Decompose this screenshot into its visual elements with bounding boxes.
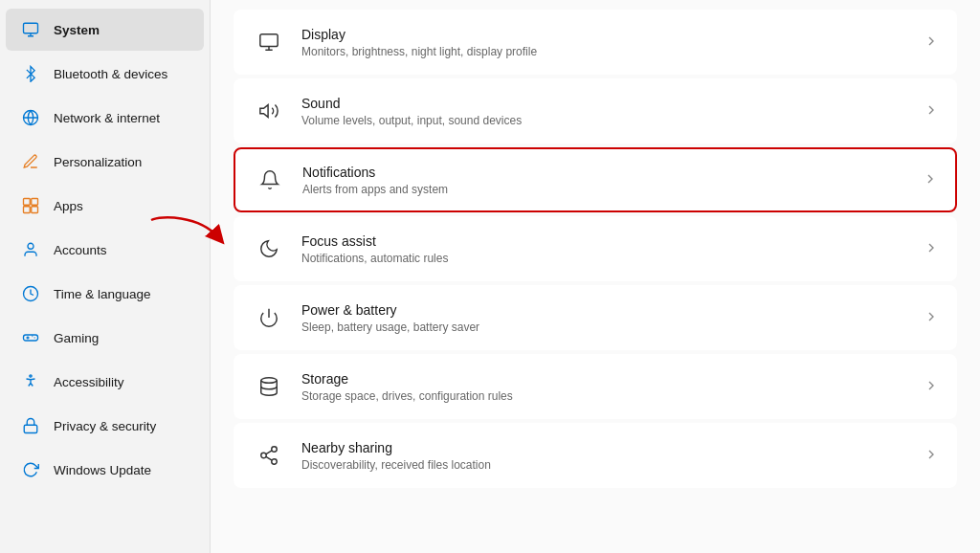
svg-rect-11 xyxy=(260,34,278,47)
focus-chevron-icon xyxy=(924,240,939,258)
nearby-text: Nearby sharingDiscoverability, received … xyxy=(301,440,912,472)
svg-rect-2 xyxy=(24,199,31,206)
sidebar-label-privacy: Privacy & security xyxy=(54,419,156,433)
settings-item-storage[interactable]: StorageStorage space, drives, configurat… xyxy=(234,354,957,419)
sidebar-label-personalization: Personalization xyxy=(54,155,142,169)
sound-description: Volume levels, output, input, sound devi… xyxy=(301,114,912,127)
power-text: Power & batterySleep, battery usage, bat… xyxy=(301,302,912,334)
system-icon xyxy=(21,20,40,39)
gaming-icon xyxy=(21,328,40,347)
accounts-icon xyxy=(21,240,40,259)
sidebar-item-accessibility[interactable]: Accessibility xyxy=(6,361,204,403)
nearby-settings-icon xyxy=(252,438,286,473)
settings-item-focus[interactable]: Focus assistNotifications, automatic rul… xyxy=(234,216,957,281)
svg-point-16 xyxy=(261,453,267,458)
personalization-icon xyxy=(21,152,40,171)
bluetooth-icon xyxy=(21,64,40,83)
settings-item-sound[interactable]: SoundVolume levels, output, input, sound… xyxy=(234,78,957,144)
display-description: Monitors, brightness, night light, displ… xyxy=(301,45,912,58)
notifications-chevron-icon xyxy=(923,171,938,189)
settings-item-power[interactable]: Power & batterySleep, battery usage, bat… xyxy=(234,285,957,350)
sidebar-item-accounts[interactable]: Accounts xyxy=(6,229,204,271)
sidebar-label-gaming: Gaming xyxy=(54,331,99,345)
accessibility-icon xyxy=(21,372,40,391)
display-title: Display xyxy=(301,27,912,42)
svg-point-8 xyxy=(30,375,32,377)
nearby-chevron-icon xyxy=(924,447,939,465)
sidebar-item-privacy[interactable]: Privacy & security xyxy=(6,405,204,447)
focus-description: Notifications, automatic rules xyxy=(301,252,912,265)
storage-description: Storage space, drives, configuration rul… xyxy=(301,389,912,403)
sidebar-item-time[interactable]: Time & language xyxy=(6,273,204,315)
sidebar-item-bluetooth[interactable]: Bluetooth & devices xyxy=(6,53,204,95)
time-icon xyxy=(21,284,40,303)
sidebar-label-time: Time & language xyxy=(54,287,151,301)
storage-text: StorageStorage space, drives, configurat… xyxy=(301,371,912,403)
sound-text: SoundVolume levels, output, input, sound… xyxy=(301,96,912,127)
svg-rect-4 xyxy=(24,207,31,213)
power-title: Power & battery xyxy=(301,302,912,318)
svg-line-19 xyxy=(266,451,272,454)
sidebar-label-network: Network & internet xyxy=(54,111,160,125)
settings-list: DisplayMonitors, brightness, night light… xyxy=(234,10,957,488)
storage-chevron-icon xyxy=(924,378,939,396)
svg-point-6 xyxy=(28,243,33,249)
power-chevron-icon xyxy=(924,309,939,327)
notifications-text: NotificationsAlerts from apps and system xyxy=(302,165,911,196)
sidebar-label-apps: Apps xyxy=(54,199,83,213)
storage-settings-icon xyxy=(252,369,286,404)
power-description: Sleep, battery usage, battery saver xyxy=(301,321,912,334)
sound-chevron-icon xyxy=(924,102,939,121)
sidebar: SystemBluetooth & devicesNetwork & inter… xyxy=(0,0,211,553)
sidebar-label-update: Windows Update xyxy=(54,463,151,477)
notifications-title: Notifications xyxy=(302,165,911,180)
notifications-description: Alerts from apps and system xyxy=(302,183,911,196)
sidebar-label-accessibility: Accessibility xyxy=(54,375,124,389)
svg-rect-9 xyxy=(24,425,37,432)
svg-point-17 xyxy=(272,459,278,465)
storage-title: Storage xyxy=(301,371,912,387)
update-icon xyxy=(21,460,40,479)
sidebar-item-gaming[interactable]: Gaming xyxy=(6,317,204,359)
sound-settings-icon xyxy=(252,94,286,128)
sidebar-label-system: System xyxy=(54,23,100,37)
nearby-description: Discoverability, received files location xyxy=(301,458,912,472)
privacy-icon xyxy=(21,416,40,435)
sidebar-item-personalization[interactable]: Personalization xyxy=(6,141,204,183)
focus-text: Focus assistNotifications, automatic rul… xyxy=(301,233,912,265)
display-chevron-icon xyxy=(924,33,939,52)
sidebar-item-update[interactable]: Windows Update xyxy=(6,449,204,491)
notifications-settings-icon xyxy=(253,163,287,197)
sidebar-item-system[interactable]: System xyxy=(6,9,204,51)
main-content: DisplayMonitors, brightness, night light… xyxy=(211,0,980,553)
svg-rect-0 xyxy=(24,23,38,33)
sound-title: Sound xyxy=(301,96,912,111)
settings-item-nearby[interactable]: Nearby sharingDiscoverability, received … xyxy=(234,423,957,488)
settings-item-display[interactable]: DisplayMonitors, brightness, night light… xyxy=(234,10,957,75)
nearby-title: Nearby sharing xyxy=(301,440,912,455)
svg-point-15 xyxy=(272,447,278,453)
svg-point-14 xyxy=(261,378,278,384)
sidebar-item-network[interactable]: Network & internet xyxy=(6,97,204,139)
settings-item-notifications[interactable]: NotificationsAlerts from apps and system xyxy=(234,147,957,212)
sidebar-label-bluetooth: Bluetooth & devices xyxy=(54,67,167,81)
display-text: DisplayMonitors, brightness, night light… xyxy=(301,27,912,58)
svg-line-18 xyxy=(266,456,272,460)
sidebar-item-apps[interactable]: Apps xyxy=(6,185,204,227)
sidebar-label-accounts: Accounts xyxy=(54,243,107,257)
focus-title: Focus assist xyxy=(301,233,912,249)
power-settings-icon xyxy=(252,300,286,335)
svg-marker-12 xyxy=(260,105,268,118)
network-icon xyxy=(21,108,40,127)
svg-rect-3 xyxy=(32,199,38,206)
focus-settings-icon xyxy=(252,232,286,266)
display-settings-icon xyxy=(252,25,286,59)
svg-rect-5 xyxy=(32,207,38,213)
apps-icon xyxy=(21,196,40,215)
